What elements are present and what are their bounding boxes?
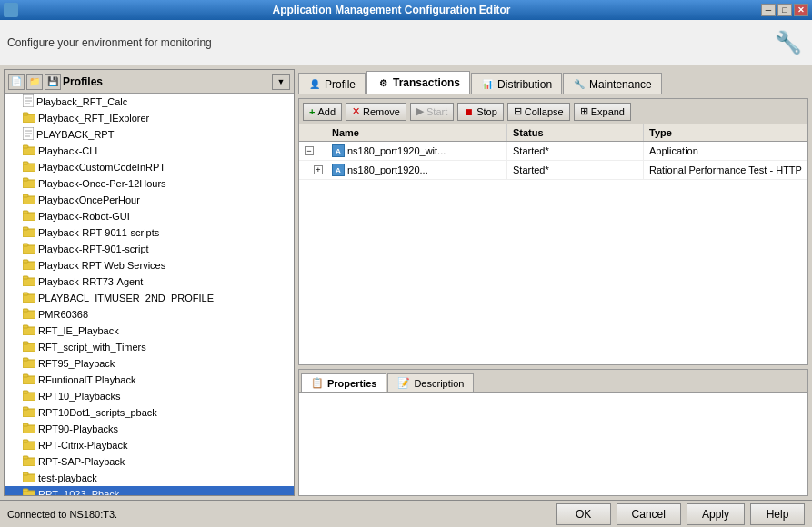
profiles-tree[interactable]: Playback_RFT_CalcPlayback_RFT_IExplorerP… <box>5 94 294 495</box>
tree-item-playback_cli[interactable]: Playback-CLI <box>5 143 294 159</box>
svg-rect-19 <box>23 211 28 214</box>
svg-rect-29 <box>23 293 28 295</box>
svg-rect-21 <box>23 227 28 230</box>
cancel-button[interactable]: Cancel <box>617 503 681 525</box>
svg-rect-35 <box>23 342 28 344</box>
tab-maintenance-label: Maintenance <box>589 78 652 91</box>
tree-item-playback_once_per_hour[interactable]: PlaybackOncePerHour <box>5 192 294 208</box>
wrench-icon: 🔧 <box>772 26 805 59</box>
apply-button[interactable]: Apply <box>687 503 745 525</box>
table-row[interactable]: + A ns180_port1920... Started* Rational … <box>299 161 807 180</box>
transactions-tab-icon: ⚙ <box>376 76 389 89</box>
tree-item-rft95_playback[interactable]: RFT95_Playback <box>5 355 294 372</box>
tree-icon-folder <box>23 455 35 468</box>
add-label: Add <box>317 106 336 117</box>
bottom-buttons: OK Cancel Apply Help <box>556 503 805 525</box>
tree-icon-folder <box>23 324 35 337</box>
maintenance-tab-icon: 🔧 <box>573 78 586 91</box>
new-button[interactable]: 📄 <box>8 74 25 90</box>
tree-item-playback_custom[interactable]: PlaybackCustomCodeInRPT <box>5 159 294 175</box>
tab-profile-label: Profile <box>325 78 356 91</box>
tree-item-playback_rrt73[interactable]: Playback-RRT73-Agent <box>5 273 294 290</box>
tree-item-rft_ie_playback[interactable]: RFT_IE_Playback <box>5 323 294 339</box>
tree-item-playback_rpt_901[interactable]: Playback-RPT-901-script <box>5 241 294 257</box>
tree-item-rft_script_timers[interactable]: RFT_script_with_Timers <box>5 339 294 355</box>
tree-icon-folder <box>23 357 35 370</box>
status-text: Connected to NS180:T3. <box>7 509 117 520</box>
tab-distribution[interactable]: 📊 Distribution <box>471 73 562 94</box>
collapse-row1-button[interactable]: − <box>305 146 314 155</box>
tab-properties[interactable]: 📋 Properties <box>301 373 386 392</box>
window-controls: ─ □ ✕ <box>761 4 808 16</box>
tree-icon-folder <box>23 488 35 495</box>
tree-item-playback_rpt_9011[interactable]: Playback-RPT-9011-scripts <box>5 224 294 241</box>
tree-item-playbacl_itm[interactable]: PLAYBACL_ITMUSER_2ND_PROFILE <box>5 290 294 306</box>
panel-dropdown[interactable]: ▼ <box>272 74 290 90</box>
tree-item-playback_rft_iexplorer[interactable]: Playback_RFT_IExplorer <box>5 110 294 126</box>
tree-icon-folder <box>23 161 35 174</box>
row1-type: Application <box>649 145 698 156</box>
row2-expand-cell[interactable]: + <box>299 161 326 179</box>
panel-title: Profiles <box>63 75 270 88</box>
close-button[interactable]: ✕ <box>794 4 808 16</box>
tab-description[interactable]: 📝 Description <box>387 373 474 392</box>
distribution-tab-icon: 📊 <box>481 78 494 91</box>
minimize-button[interactable]: ─ <box>761 4 776 16</box>
help-button[interactable]: Help <box>750 503 805 525</box>
svg-rect-39 <box>23 374 28 377</box>
svg-rect-37 <box>23 358 28 361</box>
tree-item-label: RPT10Dot1_scripts_pback <box>38 407 157 418</box>
title-bar: Application Management Configuration Edi… <box>0 0 812 20</box>
tree-item-playback_robot[interactable]: Playback-Robot-GUI <box>5 208 294 224</box>
tree-item-test_playback[interactable]: test-playback <box>5 470 294 486</box>
tree-item-rpt_citrix[interactable]: RPT-Citrix-Playback <box>5 437 294 453</box>
tree-item-playback_rpt[interactable]: PLAYBACK_RPT <box>5 126 294 143</box>
transactions-toolbar: + Add ✕ Remove ▶ Start ⏹ Stop ⊟ Collap <box>299 99 807 124</box>
col-expand <box>299 124 326 141</box>
table-header: Name Status Type <box>299 124 807 142</box>
tab-profile[interactable]: 👤 Profile <box>298 73 366 94</box>
header-text: Configure your environment for monitorin… <box>7 36 212 49</box>
expand-button[interactable]: ⊞ Expand <box>574 103 631 121</box>
tree-item-rpt10dot1[interactable]: RPT10Dot1_scripts_pback <box>5 404 294 421</box>
tree-item-rpt90_playbacks[interactable]: RPT90-Playbacks <box>5 421 294 437</box>
ok-button[interactable]: OK <box>556 503 611 525</box>
collapse-button[interactable]: ⊟ Collapse <box>507 103 570 121</box>
tree-icon-folder <box>23 112 35 124</box>
tree-item-rfunctional[interactable]: RFuntionalT Playback <box>5 372 294 388</box>
remove-button[interactable]: ✕ Remove <box>346 103 406 121</box>
tree-item-label: test-playback <box>38 472 97 483</box>
add-button[interactable]: + Add <box>303 103 342 121</box>
tree-item-label: PlaybackCustomCodeInRPT <box>38 162 165 173</box>
tree-item-label: RFuntionalT Playback <box>38 374 135 385</box>
tab-maintenance[interactable]: 🔧 Maintenance <box>563 73 662 94</box>
tree-icon-folder <box>23 472 35 484</box>
tree-icon-folder <box>23 194 35 206</box>
tree-item-rpt_sap[interactable]: RPT-SAP-Playback <box>5 453 294 470</box>
tab-transactions[interactable]: ⚙ Transactions <box>366 71 470 94</box>
stop-button[interactable]: ⏹ Stop <box>457 103 504 121</box>
svg-rect-43 <box>23 407 28 410</box>
maximize-button[interactable]: □ <box>777 4 792 16</box>
tree-item-label: Playback-RRT73-Agent <box>38 276 143 287</box>
tree-item-playback_rpt_web[interactable]: Playback RPT Web Services <box>5 257 294 273</box>
tree-icon-folder <box>23 341 35 353</box>
left-panel-header: 📄 📁 💾 Profiles ▼ <box>5 70 294 94</box>
properties-tab-bar: 📋 Properties 📝 Description <box>299 370 807 392</box>
tree-item-rpt10_playbacks[interactable]: RPT10_Playbacks <box>5 388 294 404</box>
table-row[interactable]: − A ns180_port1920_wit... Started* Appli… <box>299 142 807 161</box>
tree-item-playback_rft_calc[interactable]: Playback_RFT_Calc <box>5 94 294 110</box>
main-content: 📄 📁 💾 Profiles ▼ Playback_RFT_CalcPlayba… <box>0 65 812 500</box>
tree-item-rpt_1023_pback[interactable]: RPT_1023_Pback <box>5 486 294 495</box>
save-button[interactable]: 💾 <box>45 74 61 90</box>
app-icon <box>4 3 18 17</box>
open-folder-button[interactable]: 📁 <box>26 74 43 90</box>
tree-item-label: Playback-CLI <box>38 145 97 156</box>
tree-item-pmr60368[interactable]: PMR60368 <box>5 306 294 323</box>
expand-row2-button[interactable]: + <box>314 165 323 174</box>
row1-expand-cell[interactable]: − <box>299 142 326 160</box>
tree-item-playback_once[interactable]: Playback-Once-Per-12Hours <box>5 175 294 192</box>
start-button[interactable]: ▶ Start <box>410 103 454 121</box>
tab-distribution-label: Distribution <box>497 78 552 91</box>
svg-rect-53 <box>23 489 28 492</box>
